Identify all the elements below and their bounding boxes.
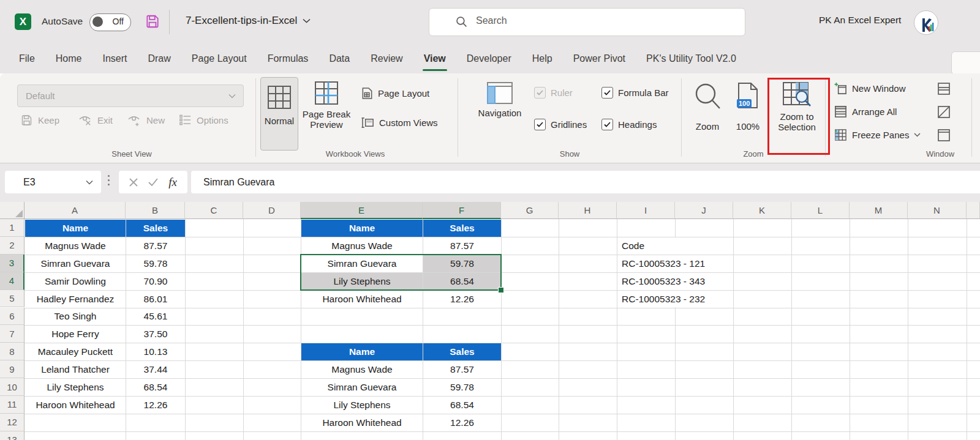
column-header-J[interactable]: J	[675, 202, 733, 219]
cell-E8[interactable]: Name	[301, 343, 423, 360]
tab-file[interactable]: File	[9, 44, 45, 73]
tab-draw[interactable]: Draw	[137, 44, 181, 73]
view-side-by-side-button[interactable]	[937, 129, 951, 142]
cell-B7[interactable]: 37.50	[126, 326, 185, 343]
row-header-10[interactable]: 10	[0, 378, 24, 396]
search-input[interactable]: Search	[429, 8, 745, 36]
filename-button[interactable]: 7-Excellent-tips-in-Excel	[186, 15, 311, 27]
page-break-preview-button[interactable]: Page Break Preview	[301, 80, 352, 130]
cell-E10[interactable]: Simran Guevara	[301, 379, 423, 396]
formula-input[interactable]: Simran Guevara	[191, 171, 980, 193]
cell-F10[interactable]: 59.78	[423, 379, 501, 396]
autosave-toggle[interactable]: Off	[89, 13, 131, 31]
cell-B4[interactable]: 70.90	[126, 273, 185, 290]
cell-A6[interactable]: Teo Singh	[25, 308, 126, 326]
column-header-L[interactable]: L	[791, 202, 850, 219]
zoom-100-button[interactable]: 100 100%	[730, 81, 766, 132]
sheet-view-dropdown[interactable]: Default	[17, 84, 244, 107]
name-box[interactable]: E3	[5, 171, 101, 193]
tab-help[interactable]: Help	[522, 44, 563, 73]
tab-insert[interactable]: Insert	[92, 44, 137, 73]
cell-E9[interactable]: Magnus Wade	[301, 361, 423, 378]
cell-A10[interactable]: Lily Stephens	[25, 379, 126, 396]
exit-sheet-view-button[interactable]: Exit	[78, 114, 113, 127]
row-header-7[interactable]: 7	[0, 325, 24, 343]
new-window-button[interactable]: New Window	[834, 82, 906, 95]
cell-B9[interactable]: 37.44	[126, 361, 185, 378]
cell-A4[interactable]: Samir Dowling	[25, 273, 126, 290]
row-header-3[interactable]: 3	[0, 255, 24, 272]
select-all-corner[interactable]	[0, 202, 24, 219]
cell-F1[interactable]: Sales	[423, 220, 501, 237]
cell-F12[interactable]: 12.26	[423, 414, 501, 431]
column-header-N[interactable]: N	[908, 202, 967, 219]
insert-function-button[interactable]: fx	[168, 176, 177, 189]
cell-E2[interactable]: Magnus Wade	[301, 237, 423, 255]
zoom-button[interactable]: Zoom	[687, 81, 728, 132]
tab-developer[interactable]: Developer	[456, 44, 522, 73]
tab-page-layout[interactable]: Page Layout	[181, 44, 257, 73]
cell-E5[interactable]: Haroon Whitehead	[301, 291, 423, 308]
cell-F9[interactable]: 87.57	[423, 361, 501, 378]
tab-home[interactable]: Home	[45, 44, 92, 73]
cell-B8[interactable]: 10.13	[126, 343, 185, 360]
tab-data[interactable]: Data	[318, 44, 360, 73]
tab-pk-s-utility-tool-v2-0[interactable]: PK's Utility Tool V2.0	[636, 44, 747, 73]
cell-E11[interactable]: Lily Stephens	[301, 397, 423, 414]
cell-F2[interactable]: 87.57	[423, 237, 501, 255]
cell-I4[interactable]: RC-10005323 - 343	[617, 273, 733, 290]
formula-bar-grip[interactable]	[108, 175, 110, 185]
split-button[interactable]	[937, 82, 951, 95]
cell-I2[interactable]: Code	[617, 237, 733, 255]
cell-A9[interactable]: Leland Thatcher	[25, 361, 126, 378]
column-header-B[interactable]: B	[126, 202, 185, 219]
row-header-13[interactable]: 13	[0, 431, 24, 440]
cell-B1[interactable]: Sales	[126, 220, 185, 237]
new-sheet-view-button[interactable]: New	[127, 114, 165, 127]
cell-A5[interactable]: Hadley Fernandez	[25, 291, 126, 308]
column-header-M[interactable]: M	[850, 202, 908, 219]
keep-sheet-view-button[interactable]: Keep	[20, 114, 59, 127]
ribbon-corner-button[interactable]	[951, 51, 980, 75]
row-header-1[interactable]: 1	[0, 219, 24, 237]
row-header-5[interactable]: 5	[0, 290, 24, 308]
tab-review[interactable]: Review	[360, 44, 413, 73]
column-header-E[interactable]: E	[301, 202, 423, 219]
excel-app-icon[interactable]: X	[15, 13, 31, 30]
column-header-K[interactable]: K	[733, 202, 791, 219]
selection-fill-handle[interactable]	[498, 287, 504, 293]
cell-A8[interactable]: Macauley Puckett	[25, 343, 126, 360]
row-header-11[interactable]: 11	[0, 396, 24, 414]
tab-view[interactable]: View	[413, 44, 456, 73]
cell-E1[interactable]: Name	[301, 220, 423, 237]
cell-F8[interactable]: Sales	[423, 343, 501, 360]
cell-A7[interactable]: Hope Ferry	[25, 326, 126, 343]
gridlines-checkbox[interactable]: Gridlines	[534, 119, 587, 130]
cell-I3[interactable]: RC-10005323 - 121	[617, 255, 733, 272]
formula-bar-checkbox[interactable]: Formula Bar	[601, 87, 669, 99]
cell-E12[interactable]: Haroon Whitehead	[301, 414, 423, 431]
cell-A3[interactable]: Simran Guevara	[25, 255, 126, 272]
sheet-view-options-button[interactable]: Options	[179, 114, 228, 126]
column-header-F[interactable]: F	[423, 202, 501, 219]
row-header-8[interactable]: 8	[0, 343, 24, 360]
cell-B5[interactable]: 86.01	[126, 291, 185, 308]
row-header-2[interactable]: 2	[0, 237, 24, 255]
row-header-6[interactable]: 6	[0, 308, 24, 326]
cell-F11[interactable]: 68.54	[423, 397, 501, 414]
tab-formulas[interactable]: Formulas	[257, 44, 319, 73]
cell-B10[interactable]: 68.54	[126, 379, 185, 396]
cell-A2[interactable]: Magnus Wade	[25, 237, 126, 255]
column-header-A[interactable]: A	[24, 202, 126, 219]
column-header-H[interactable]: H	[559, 202, 617, 219]
page-layout-view-button[interactable]: Page Layout	[361, 87, 429, 100]
cell-F5[interactable]: 12.26	[423, 291, 501, 308]
column-header-C[interactable]: C	[185, 202, 243, 219]
freeze-panes-button[interactable]: * Freeze Panes	[834, 129, 921, 141]
row-header-4[interactable]: 4	[0, 272, 24, 290]
column-header-I[interactable]: I	[617, 202, 675, 219]
tab-power-pivot[interactable]: Power Pivot	[563, 44, 636, 73]
row-header-12[interactable]: 12	[0, 414, 24, 431]
column-header-partial[interactable]	[967, 202, 980, 219]
normal-view-button[interactable]: Normal	[260, 77, 298, 151]
